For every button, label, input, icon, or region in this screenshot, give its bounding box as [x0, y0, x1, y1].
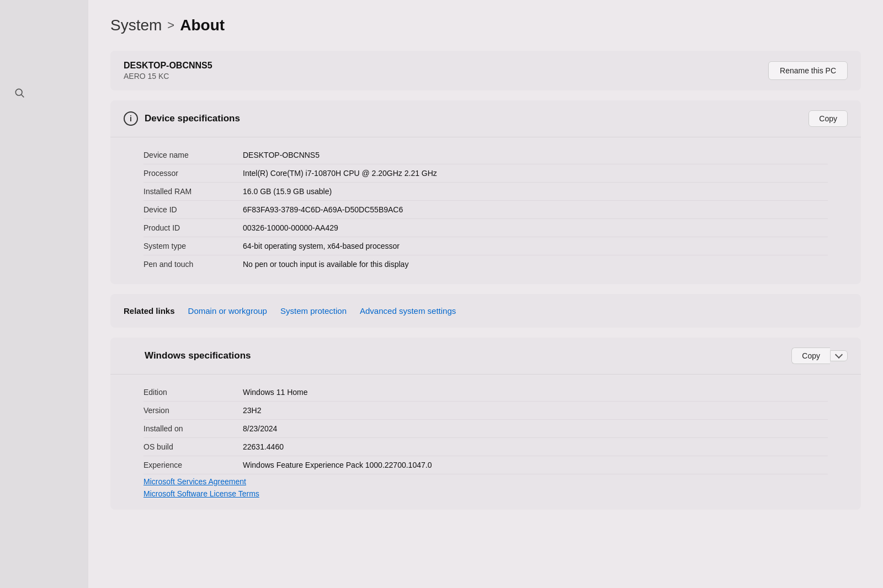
spec-label: Experience	[143, 461, 243, 469]
spec-value: 6F83FA93-3789-4C6D-A69A-D50DC55B9AC6	[243, 205, 828, 214]
table-row: Product ID 00326-10000-00000-AA429	[143, 219, 828, 237]
page-wrapper: System > About DESKTOP-OBCNNS5 AERO 15 K…	[0, 0, 883, 588]
related-link-item[interactable]: Advanced system settings	[355, 304, 460, 318]
device-specs-body: Device name DESKTOP-OBCNNS5 Processor In…	[110, 137, 861, 284]
spec-label: Version	[143, 406, 243, 415]
spec-label: Processor	[143, 169, 243, 178]
search-button[interactable]	[8, 82, 30, 104]
list-item: Microsoft Services Agreement	[143, 474, 828, 487]
table-row: Installed on 8/23/2024	[143, 420, 828, 438]
related-links-section: Related links Domain or workgroupSystem …	[110, 294, 861, 328]
footer-link[interactable]: Microsoft Software License Terms	[143, 489, 259, 498]
windows-specs-copy-button[interactable]: Copy	[791, 348, 830, 364]
spec-value: 8/23/2024	[243, 424, 828, 433]
sidebar	[0, 0, 88, 588]
spec-value: 00326-10000-00000-AA429	[243, 223, 828, 232]
breadcrumb: System > About	[110, 17, 861, 34]
table-row: System type 64-bit operating system, x64…	[143, 237, 828, 255]
spec-value: DESKTOP-OBCNNS5	[243, 151, 828, 159]
spec-label: Edition	[143, 388, 243, 397]
device-specs-title: Device specifications	[145, 113, 240, 124]
related-link-item[interactable]: System protection	[276, 304, 351, 318]
spec-label: Device ID	[143, 205, 243, 214]
table-row: Pen and touch No pen or touch input is a…	[143, 255, 828, 273]
chevron-down-icon	[835, 351, 843, 359]
spec-value: No pen or touch input is available for t…	[243, 260, 828, 269]
rename-pc-button[interactable]: Rename this PC	[768, 61, 848, 80]
breadcrumb-separator: >	[167, 18, 174, 33]
spec-label: System type	[143, 242, 243, 250]
table-row: OS build 22631.4460	[143, 438, 828, 456]
computer-name-info: DESKTOP-OBCNNS5 AERO 15 KC	[124, 61, 212, 81]
spec-label: Installed RAM	[143, 187, 243, 196]
spec-value: 22631.4460	[243, 442, 828, 451]
footer-link[interactable]: Microsoft Services Agreement	[143, 477, 246, 486]
table-row: Device ID 6F83FA93-3789-4C6D-A69A-D50DC5…	[143, 201, 828, 219]
device-specs-title-area: i Device specifications	[124, 111, 240, 126]
table-row: Version 23H2	[143, 402, 828, 420]
windows-specs-copy-chevron[interactable]	[830, 350, 848, 361]
spec-value: 23H2	[243, 406, 828, 415]
computer-name-card: DESKTOP-OBCNNS5 AERO 15 KC Rename this P…	[110, 51, 861, 90]
device-specs-copy-button[interactable]: Copy	[808, 110, 848, 127]
svg-point-0	[15, 89, 22, 95]
list-item: Microsoft Software License Terms	[143, 487, 828, 499]
svg-line-1	[22, 95, 24, 98]
related-links-label: Related links	[124, 306, 175, 316]
windows-copy-button-group: Copy	[791, 348, 848, 364]
device-specs-header: i Device specifications Copy	[110, 100, 861, 137]
spec-label: Device name	[143, 151, 243, 159]
spec-value: 16.0 GB (15.9 GB usable)	[243, 187, 828, 196]
spec-label: Installed on	[143, 424, 243, 433]
table-row: Installed RAM 16.0 GB (15.9 GB usable)	[143, 183, 828, 201]
computer-model: AERO 15 KC	[124, 72, 212, 81]
spec-value: 64-bit operating system, x64-based proce…	[243, 242, 828, 250]
spec-label: Pen and touch	[143, 260, 243, 269]
info-icon: i	[124, 111, 138, 126]
table-row: Edition Windows 11 Home	[143, 383, 828, 402]
windows-specs-body: Edition Windows 11 Home Version 23H2 Ins…	[110, 375, 861, 510]
spec-value: Intel(R) Core(TM) i7-10870H CPU @ 2.20GH…	[243, 169, 828, 178]
device-specs-card: i Device specifications Copy Device name…	[110, 100, 861, 284]
windows-specs-title: Windows specifications	[145, 350, 251, 361]
spec-value: Windows Feature Experience Pack 1000.227…	[243, 461, 828, 469]
windows-specs-title-area: Windows specifications	[124, 349, 251, 363]
search-icon	[14, 87, 25, 98]
table-row: Experience Windows Feature Experience Pa…	[143, 456, 828, 474]
windows-specs-header: Windows specifications Copy	[110, 338, 861, 375]
table-row: Processor Intel(R) Core(TM) i7-10870H CP…	[143, 164, 828, 183]
spec-label: OS build	[143, 442, 243, 451]
spec-value: Windows 11 Home	[243, 388, 828, 397]
breadcrumb-about: About	[180, 17, 225, 34]
table-row: Device name DESKTOP-OBCNNS5	[143, 146, 828, 164]
computer-hostname: DESKTOP-OBCNNS5	[124, 61, 212, 71]
main-content: System > About DESKTOP-OBCNNS5 AERO 15 K…	[88, 0, 883, 588]
spec-label: Product ID	[143, 223, 243, 232]
breadcrumb-system: System	[110, 17, 162, 34]
related-link-item[interactable]: Domain or workgroup	[184, 304, 272, 318]
windows-icon	[124, 349, 138, 363]
windows-specs-card: Windows specifications Copy Edition Wind…	[110, 338, 861, 510]
